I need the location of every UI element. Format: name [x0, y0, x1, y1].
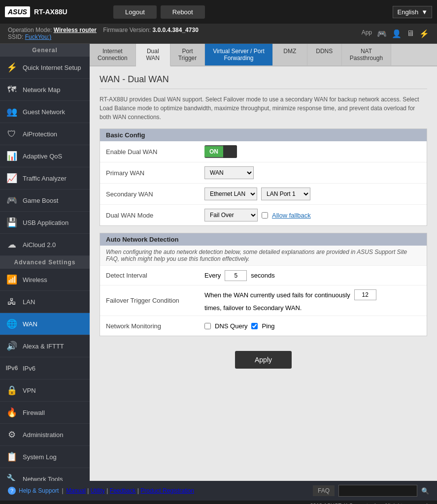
top-right: English ▼ [393, 6, 432, 18]
usb-icon: ⚡ [419, 29, 429, 38]
failover-trigger-control: When the WAN currently used fails for co… [204, 289, 421, 312]
help-support-link[interactable]: Help & Support [19, 487, 59, 494]
adaptive-qos-icon: 📊 [6, 150, 18, 162]
enable-dual-wan-label: Enable Dual WAN [106, 148, 204, 156]
sidebar-item-quick-internet-setup[interactable]: ⚡ Quick Internet Setup [0, 57, 90, 79]
sidebar-item-game-boost[interactable]: 🎮 Game Boost [0, 189, 90, 212]
logout-button[interactable]: Logout [113, 5, 157, 19]
secondary-wan-select2[interactable]: LAN Port 1 [261, 188, 310, 200]
sidebar-label-usb-application: USB Application [23, 219, 68, 226]
dns-query-checkbox[interactable] [204, 323, 211, 329]
toggle-on-label: ON [204, 146, 223, 157]
failover-trigger-row: Failover Trigger Condition When the WAN … [100, 285, 427, 316]
search-icon[interactable]: 🔍 [421, 487, 429, 495]
wan-icon: 🌐 [6, 318, 18, 330]
sidebar-label-network-tools: Network Tools [23, 475, 63, 481]
sidebar-item-alexa-ifttt[interactable]: 🔊 Alexa & IFTTT [0, 335, 90, 357]
dual-wan-toggle[interactable]: ON [204, 145, 237, 158]
reboot-button[interactable]: Reboot [161, 5, 205, 19]
faq-button[interactable]: FAQ [313, 485, 335, 496]
tab-bar: InternetConnection DualWAN PortTrigger V… [90, 44, 437, 66]
language-selector[interactable]: English ▼ [393, 6, 432, 18]
sidebar-item-wireless[interactable]: 📶 Wireless [0, 269, 90, 291]
ping-checkbox[interactable] [251, 323, 258, 329]
primary-wan-label: Primary WAN [106, 169, 204, 177]
feedback-link[interactable]: Feedback [110, 487, 136, 494]
sidebar-label-alexa-ifttt: Alexa & IFTTT [23, 343, 64, 350]
utility-link[interactable]: Utility [91, 487, 105, 494]
copyright-bar: 2018 ASUSTeK Computer Inc. All rights re… [0, 501, 437, 504]
op-mode-value: Wireless router [54, 27, 97, 33]
tab-internet-connection[interactable]: InternetConnection [90, 44, 136, 65]
firmware-label: Firmware Version: [103, 27, 151, 33]
sidebar-item-usb-application[interactable]: 💾 USB Application [0, 212, 90, 234]
network-monitoring-row: Network Monitoring DNS Query Ping [100, 316, 427, 336]
failover-trigger-input[interactable] [354, 289, 376, 300]
sidebar-item-aiprotection[interactable]: 🛡 AiProtection [0, 123, 90, 145]
detect-interval-input[interactable] [225, 270, 247, 281]
dual-wan-mode-label: Dual WAN Mode [106, 212, 204, 219]
top-bar: ASUS RT-AX88U Logout Reboot English ▼ [0, 0, 437, 24]
sidebar-item-guest-network[interactable]: 👥 Guest Network [0, 101, 90, 123]
sidebar-item-traffic-analyzer[interactable]: 📈 Traffic Analyzer [0, 167, 90, 189]
sidebar-item-network-tools[interactable]: 🔧 Network Tools [0, 468, 90, 481]
sidebar-label-network-map: Network Map [23, 86, 61, 94]
sidebar-item-network-map[interactable]: 🗺 Network Map [0, 79, 90, 101]
product-registration-link[interactable]: Product Registration [140, 487, 194, 494]
sidebar-item-wan[interactable]: 🌐 WAN [0, 313, 90, 335]
secondary-wan-label: Secondary WAN [106, 190, 204, 198]
toggle-slider [223, 145, 237, 158]
network-monitoring-control: DNS Query Ping [204, 322, 275, 330]
sidebar-label-wireless: Wireless [23, 276, 47, 284]
system-log-icon: 📋 [6, 451, 18, 463]
dual-wan-mode-row: Dual WAN Mode Fail Over Load Balance All… [100, 205, 427, 225]
sidebar-label-administration: Administration [23, 431, 63, 439]
page-title: WAN - Dual WAN [100, 74, 427, 89]
wireless-icon: 📶 [6, 274, 18, 285]
sidebar-label-aicloud: AiCloud 2.0 [23, 241, 56, 249]
tab-nat-passthrough[interactable]: NATPassthrough [342, 44, 391, 65]
sidebar-item-ipv6[interactable]: IPv6 IPv6 [0, 357, 90, 379]
footer-separator1: | [62, 487, 63, 494]
search-input[interactable] [338, 485, 417, 497]
sidebar-item-lan[interactable]: 🖧 LAN [0, 291, 90, 313]
status-icons: App 🎮 👤 🖥 ⚡ [362, 29, 429, 38]
detect-interval-control: Every seconds [204, 270, 275, 281]
secondary-wan-row: Secondary WAN Ethernet LAN LAN Port 1 [100, 184, 427, 205]
primary-wan-select[interactable]: WAN [204, 166, 254, 179]
secondary-wan-select1[interactable]: Ethernet LAN [204, 188, 257, 200]
apply-button[interactable]: Apply [235, 351, 292, 369]
sidebar-label-firewall: Firewall [23, 409, 45, 416]
aicloud-icon: ☁ [6, 239, 18, 251]
detect-interval-prefix: Every [204, 272, 221, 279]
manual-link[interactable]: Manual [67, 487, 86, 494]
sidebar-item-administration[interactable]: ⚙ Administration [0, 424, 90, 446]
sidebar-label-quick-internet-setup: Quick Internet Setup [23, 64, 81, 71]
sidebar-item-vpn[interactable]: 🔒 VPN [0, 379, 90, 402]
tab-virtual-server-port-forwarding[interactable]: Virtual Server / PortForwarding [205, 44, 272, 65]
ipv6-icon: IPv6 [6, 362, 18, 374]
sidebar-item-aicloud[interactable]: ☁ AiCloud 2.0 [0, 234, 90, 256]
enable-dual-wan-control: ON [204, 145, 237, 158]
detect-interval-label: Detect Interval [106, 272, 204, 279]
sidebar-item-adaptive-qos[interactable]: 📊 Adaptive QoS [0, 145, 90, 167]
sidebar-item-firewall[interactable]: 🔥 Firewall [0, 402, 90, 424]
lan-icon: 🖧 [6, 296, 18, 308]
user-icon: 👤 [392, 29, 402, 38]
failover-trigger-suffix: times, failover to Secondary WAN. [204, 304, 302, 312]
op-mode-label: Operation Mode: [8, 27, 52, 33]
gamepad-icon: 🎮 [377, 29, 387, 38]
tab-ddns[interactable]: DDNS [307, 44, 342, 65]
allow-fallback-label[interactable]: Allow fallback [272, 212, 311, 219]
page-description: RT-AX88U provides Dual WAN support. Sele… [100, 95, 427, 122]
dual-wan-mode-select[interactable]: Fail Over Load Balance [204, 209, 258, 221]
tab-port-trigger[interactable]: PortTrigger [170, 44, 205, 65]
allow-fallback-checkbox[interactable] [262, 212, 268, 219]
apply-btn-row: Apply [100, 343, 427, 377]
quick-setup-icon: ⚡ [6, 62, 18, 73]
help-icon: ? [8, 487, 16, 495]
tab-dual-wan[interactable]: DualWAN [136, 44, 170, 66]
footer-links: Manual | Utility | Feedback | Product Re… [67, 487, 195, 494]
tab-dmz[interactable]: DMZ [273, 44, 307, 65]
sidebar-item-system-log[interactable]: 📋 System Log [0, 446, 90, 468]
